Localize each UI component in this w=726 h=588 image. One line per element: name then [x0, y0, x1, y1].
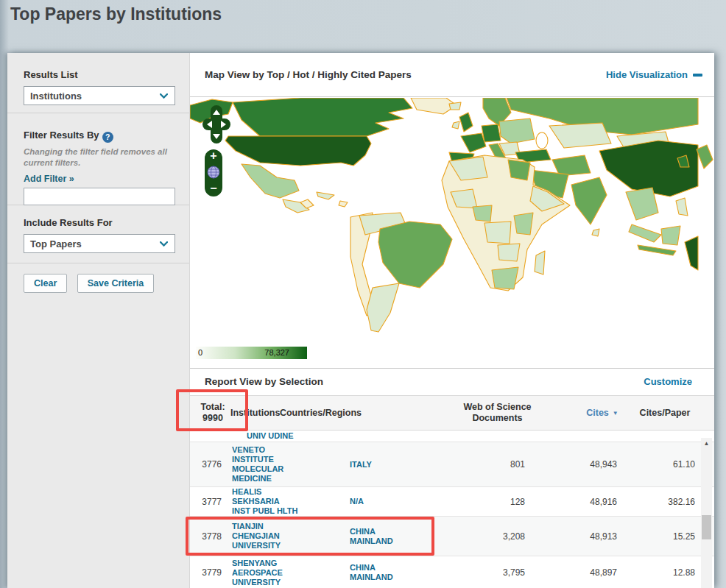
rank-cell: 3776 — [190, 459, 232, 470]
table-row: 3777 HEALIS SEKHSARIA INST PUBL HLTH N/A… — [190, 487, 714, 517]
country-link[interactable]: CHINA MAINLAND — [345, 527, 444, 546]
world-map-choropleth[interactable] — [190, 98, 714, 368]
customize-link[interactable]: Customize — [644, 376, 692, 387]
map-header: Map View by Top / Hot / Highly Cited Pap… — [190, 53, 714, 97]
country-link[interactable]: ITALY — [345, 460, 444, 470]
map-color-legend: 0 78,327 — [196, 347, 307, 359]
add-filter-link[interactable]: Add Filter » — [24, 174, 74, 184]
legend-max-label: 78,327 — [264, 348, 289, 357]
sort-down-icon: ▼ — [613, 408, 618, 419]
map-zoom-control[interactable]: + − — [205, 149, 222, 196]
institution-link[interactable]: TIANJIN CHENGJIAN UNIVERSITY — [232, 522, 345, 550]
total-label: Total: — [200, 402, 225, 413]
docs-cell: 3,208 — [444, 531, 526, 542]
content-card: Results List Institutions Filter Results… — [7, 53, 714, 588]
table-row-clipped: UNIV UDINE — [190, 431, 714, 442]
scrollbar-thumb[interactable] — [702, 515, 711, 539]
results-list-heading: Results List — [24, 69, 189, 80]
column-header-documents[interactable]: Web of Science Documents — [444, 396, 551, 430]
legend-min-label: 0 — [198, 348, 202, 357]
page-title: Top Papers by Institutions — [10, 4, 222, 24]
map-australia — [685, 236, 698, 270]
save-criteria-button[interactable]: Save Criteria — [77, 274, 154, 293]
filter-heading: Filter Results By — [24, 130, 99, 141]
cites-cell: 48,913 — [526, 531, 618, 542]
rank-cell: 3779 — [190, 567, 232, 578]
country-link[interactable]: N/A — [345, 497, 444, 506]
rank-cell: 3777 — [190, 497, 232, 507]
institution-link[interactable]: SHENYANG AEROSPACE UNIVERSITY — [232, 559, 345, 587]
table-row: 3776 VENETO INSTITUTE MOLECULAR MEDICINE… — [190, 442, 714, 487]
include-results-selected: Top Papers — [30, 238, 82, 249]
rank-cell: 3778 — [190, 531, 232, 542]
cites-per-paper-cell: 61.10 — [618, 459, 697, 470]
docs-cell: 3,795 — [444, 567, 526, 578]
filter-section: Filter Results By? Changing the filter f… — [7, 113, 189, 205]
total-count: Total: 9990 — [190, 396, 236, 430]
clear-button[interactable]: Clear — [24, 274, 67, 293]
map-pan-control[interactable] — [202, 105, 230, 144]
include-results-heading: Include Results For — [24, 217, 189, 228]
cites-label: Cites — [586, 408, 609, 419]
main-panel: Map View by Top / Hot / Highly Cited Pap… — [190, 53, 714, 588]
institution-link[interactable]: HEALIS SEKHSARIA INST PUBL HLTH — [232, 487, 345, 516]
docs-cell: 128 — [444, 497, 526, 507]
results-list-section: Results List Institutions — [7, 53, 189, 113]
actions-section: Clear Save Criteria — [7, 263, 189, 309]
map-south-america — [350, 213, 452, 332]
clipped-institution-link[interactable]: UNIV UDINE — [247, 431, 294, 441]
table-scrollbar[interactable]: ▲ — [701, 438, 712, 588]
cites-cell: 48,916 — [526, 497, 618, 507]
zoom-out-icon[interactable]: − — [210, 183, 216, 194]
help-icon[interactable]: ? — [102, 132, 113, 143]
cites-per-paper-cell: 15.25 — [618, 531, 697, 542]
scroll-up-icon[interactable]: ▲ — [701, 440, 712, 447]
table-row: 3779 SHENYANG AEROSPACE UNIVERSITY CHINA… — [190, 556, 714, 588]
include-results-section: Include Results For Top Papers — [7, 205, 189, 263]
docs-cell: 801 — [444, 459, 526, 470]
filter-input[interactable] — [24, 188, 175, 205]
cites-per-paper-cell: 382.16 — [618, 497, 697, 507]
report-header: Report View by Selection Customize — [190, 368, 714, 395]
map-area: + − 0 78,327 — [190, 98, 714, 368]
filter-sidebar: Results List Institutions Filter Results… — [7, 53, 190, 588]
results-list-dropdown[interactable]: Institutions — [24, 86, 175, 105]
report-view-title: Report View by Selection — [205, 376, 323, 387]
table-row: 3778 TIANJIN CHENGJIAN UNIVERSITY CHINA … — [190, 517, 714, 556]
column-header-cites-per-paper[interactable]: Cites/Paper — [621, 396, 709, 430]
cites-cell: 48,943 — [526, 459, 618, 470]
hide-visualization-link[interactable]: Hide Visualization — [606, 69, 702, 80]
column-header-countries[interactable]: Countries/Regions — [275, 396, 367, 430]
cites-cell: 48,897 — [526, 567, 618, 578]
include-results-dropdown[interactable]: Top Papers — [24, 234, 175, 253]
institution-link[interactable]: VENETO INSTITUTE MOLECULAR MEDICINE — [232, 445, 345, 483]
cites-per-paper-cell: 12.88 — [618, 567, 697, 578]
minus-icon — [693, 74, 702, 77]
zoom-in-icon[interactable]: + — [210, 151, 216, 161]
chevron-down-icon — [160, 93, 168, 99]
results-list-selected: Institutions — [30, 91, 82, 102]
filter-note: Changing the filter field removes all cu… — [24, 146, 167, 169]
results-table: Total: 9990 Institutions Countries/Regio… — [190, 395, 714, 588]
chevron-down-icon — [160, 241, 168, 247]
globe-icon[interactable] — [207, 166, 220, 179]
total-value: 9990 — [202, 413, 223, 424]
map-view-title: Map View by Top / Hot / Highly Cited Pap… — [205, 69, 412, 80]
hide-visualization-label: Hide Visualization — [606, 69, 688, 80]
page: { "page": { "title": "Top Papers by Inst… — [0, 0, 726, 588]
country-link[interactable]: CHINA MAINLAND — [345, 563, 444, 582]
table-header-row: Total: 9990 Institutions Countries/Regio… — [190, 395, 714, 431]
